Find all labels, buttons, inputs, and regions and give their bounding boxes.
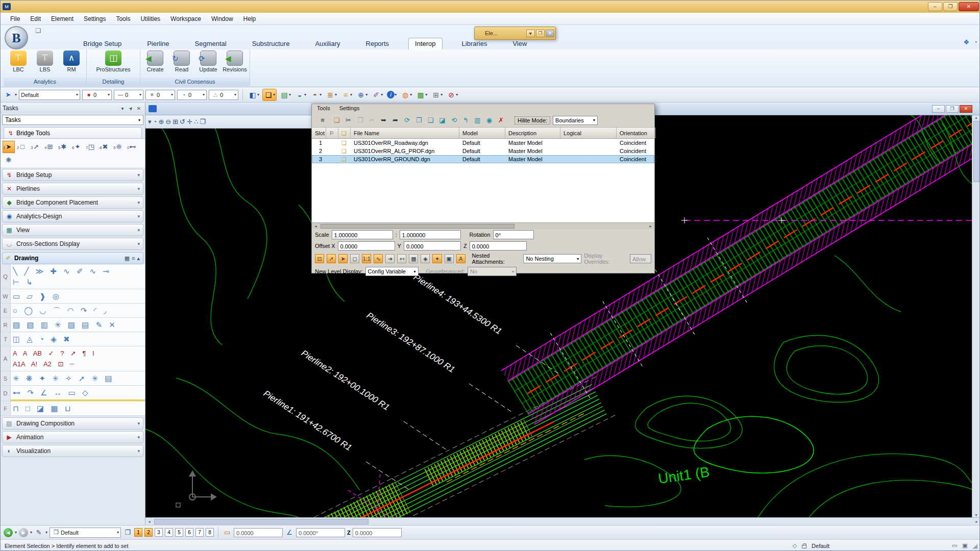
active-color-combo[interactable]: ■0▾: [82, 90, 112, 100]
menu-item[interactable]: Utilities: [136, 14, 165, 24]
dialog-tool-icon[interactable]: ⟲: [449, 115, 459, 126]
column-slot[interactable]: Slot: [312, 128, 326, 138]
chevron-down-icon[interactable]: ▾: [137, 421, 140, 426]
dialog-tool-icon[interactable]: ❐: [413, 115, 424, 126]
column-model[interactable]: Model: [459, 128, 505, 138]
ribbon-tab[interactable]: View: [506, 38, 533, 49]
hilite-mode-button[interactable]: Hilite Mode:: [514, 116, 550, 124]
pin-icon[interactable]: ➤: [127, 106, 135, 111]
drawing-tool-icons[interactable]: ▭ ▱ ❱ ◎: [11, 289, 145, 303]
primary-toolbar-icon[interactable]: ▩▾: [415, 89, 428, 101]
task-section[interactable]: ▤ Drawing Composition ▾: [2, 417, 143, 430]
task-tool-button[interactable]: □2: [16, 141, 29, 153]
offset-z-input[interactable]: 0.0000: [470, 241, 527, 251]
view-toggle-button[interactable]: 4: [165, 528, 173, 537]
menu-item[interactable]: Help: [239, 14, 261, 24]
dialog-tool-icon[interactable]: ➥: [378, 115, 389, 126]
attachment-toggle[interactable]: ↤: [397, 254, 406, 263]
line-style-combo[interactable]: —0▾: [114, 90, 143, 100]
attachment-toggle[interactable]: ▣: [445, 254, 454, 263]
reference-row[interactable]: 2 ❏ US301OverRR_ALG_PROF.dgn Default Mas…: [312, 147, 654, 155]
task-section[interactable]: ▦ View ▾: [2, 224, 143, 236]
task-section[interactable]: ✕ Pierlines ▾: [2, 183, 143, 195]
restore-icon[interactable]: ❐: [536, 30, 545, 37]
drawing-tool-icons[interactable]: ▨ ▧ ▥ ✳ ▨ ▤ ✎ ✕: [11, 318, 145, 332]
drawing-section-header[interactable]: ✐ Drawing ▦ ≡ ▴: [2, 252, 143, 264]
dialog-tool-icon[interactable]: ↰: [460, 115, 471, 126]
minimize-button[interactable]: –: [928, 2, 942, 11]
attachment-toggle[interactable]: ➤: [338, 254, 348, 263]
view-toggle-button[interactable]: 7: [195, 528, 204, 537]
primary-toolbar-icon[interactable]: ◒▾: [294, 89, 307, 101]
floating-panel[interactable]: Ele... ➤ ❐ ✕: [474, 27, 556, 40]
drawing-tool-icons[interactable]: ○ ◯ ◡ ⌒ ◠ ↷ ◜ ◞: [11, 304, 145, 317]
ribbon-item[interactable]: ◀ Create: [143, 51, 167, 78]
dialog-tool-icon[interactable]: ✂: [343, 115, 354, 126]
chevron-down-icon[interactable]: ▾: [15, 92, 17, 97]
chevron-down-icon[interactable]: ▾: [30, 530, 32, 535]
task-tool-button[interactable]: ⊷0: [127, 141, 139, 153]
list-view-icon[interactable]: ≡: [132, 255, 135, 262]
menu-item[interactable]: Window: [207, 14, 238, 24]
chevron-down-icon[interactable]: ▾: [137, 435, 140, 440]
attachment-toggle[interactable]: ⊡: [315, 254, 324, 263]
task-tool-button[interactable]: ✦6: [71, 141, 84, 153]
horizontal-scrollbar[interactable]: ◂ ▸: [145, 517, 980, 525]
column-description[interactable]: Description: [505, 128, 560, 138]
ribbon-tab[interactable]: Substructure: [246, 38, 296, 49]
view-toggle-button[interactable]: 5: [175, 528, 183, 537]
close-icon[interactable]: ✕: [135, 106, 143, 111]
back-button[interactable]: ◀: [4, 528, 13, 537]
primary-toolbar-icon[interactable]: ❏▾: [262, 89, 277, 101]
chevron-down-icon[interactable]: ▾: [137, 186, 140, 191]
ribbon-item[interactable]: ⊤ LBS: [33, 51, 57, 78]
menu-item[interactable]: Element: [46, 14, 78, 24]
menu-item[interactable]: Settings: [79, 14, 110, 24]
view-toggle-button[interactable]: 3: [155, 528, 163, 537]
angle-readout[interactable]: 0.0000°: [296, 528, 345, 537]
dialog-tool-icon[interactable]: ◪: [437, 115, 448, 126]
primary-toolbar-icon[interactable]: ⊞▾: [430, 89, 444, 101]
primary-toolbar-icon[interactable]: ◍▾: [400, 89, 413, 101]
chevron-down-icon[interactable]: ▾: [137, 448, 140, 454]
dialog-tool-icon[interactable]: ➦: [390, 115, 401, 126]
view-tool-icon[interactable]: ⊕: [158, 118, 164, 126]
flag-column-icon[interactable]: ⚐: [326, 128, 338, 138]
quick-access-icon[interactable]: ❏: [32, 27, 44, 36]
task-tool-button[interactable]: ◳7: [85, 141, 97, 153]
column-logical[interactable]: Logical: [560, 128, 617, 138]
status-tool-icon[interactable]: ▭: [952, 542, 957, 549]
ribbon-tab[interactable]: Pierline: [141, 38, 175, 49]
drawing-tool-icons[interactable]: A A AB ✓ ? ➚ ¶ IA1A A! A2 ⊡ ┄: [11, 346, 145, 371]
primary-toolbar-icon[interactable]: ≣▾: [325, 89, 338, 101]
chevron-down-icon[interactable]: ▾: [137, 200, 140, 205]
ribbon-tab[interactable]: Libraries: [456, 38, 494, 49]
ribbon-item[interactable]: ↻ Read: [170, 51, 193, 78]
drawing-tool-icons[interactable]: ╲ ╱ ≫ ✚ ∿ ✐ ∿ ⊸⊢ ↳: [11, 264, 145, 289]
drawing-tool-icons[interactable]: ◫ ◬ ◔ ◈ ✖: [11, 332, 145, 346]
menu-item[interactable]: Workspace: [166, 14, 206, 24]
view-tool-icon[interactable]: ▾: [148, 118, 152, 126]
file-column-icon[interactable]: ❏: [338, 128, 351, 138]
chevron-down-icon[interactable]: ▾: [118, 106, 127, 111]
view-tool-icon[interactable]: ✛: [187, 118, 192, 126]
menu-item[interactable]: File: [6, 14, 24, 24]
references-dialog[interactable]: Tools Settings ≡ ❏ ✂ ❐ ✂ ➥ ➦ ⟳ ❐: [311, 104, 655, 273]
ribbon-item[interactable]: ◫ ProStructures: [90, 51, 137, 78]
offset-y-input[interactable]: 0.0000: [404, 241, 461, 251]
dialog-tool-icon[interactable]: ≡: [315, 115, 330, 126]
brand-logo[interactable]: B: [5, 26, 28, 49]
dialog-tool-icon[interactable]: ❐: [355, 115, 365, 126]
primary-toolbar-icon[interactable]: ◓▾: [309, 89, 323, 101]
view-tool-icon[interactable]: ⊞: [173, 118, 178, 126]
ribbon-item[interactable]: ◀ Revisions: [223, 51, 247, 78]
rotation-input[interactable]: 0°: [493, 230, 534, 239]
view-toggle-button[interactable]: 8: [206, 528, 214, 537]
vertical-scrollbar[interactable]: ▴ ▾: [972, 115, 980, 517]
forward-button[interactable]: ▶: [19, 528, 28, 537]
ribbon-tab[interactable]: Auxiliary: [309, 38, 346, 49]
cascade-views-icon[interactable]: ❐: [123, 529, 132, 536]
view-restore-button[interactable]: ❐: [946, 105, 959, 113]
ribbon-item[interactable]: ⟳ Update: [197, 51, 220, 78]
drawing-tool-icons[interactable]: ⊓ □ ◪ ▦ ⊔: [11, 402, 145, 415]
